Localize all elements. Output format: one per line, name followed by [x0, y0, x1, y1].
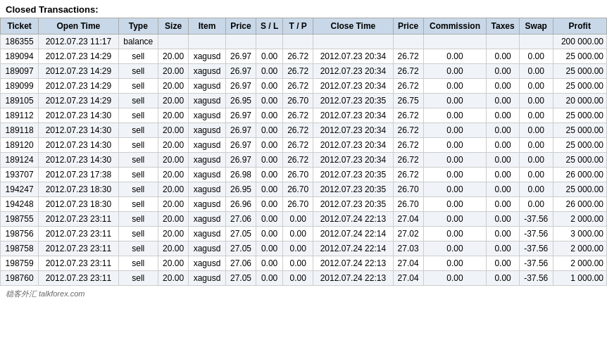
- cell-item: xagusd: [189, 271, 226, 286]
- cell-profit: 20 000.00: [553, 94, 606, 108]
- col-swap: Swap: [519, 18, 553, 34]
- cell-item: xagusd: [189, 212, 226, 227]
- cell-tp: 0.00: [283, 271, 313, 286]
- cell-size: 20.00: [158, 182, 188, 197]
- cell-item: xagusd: [189, 241, 226, 256]
- cell-ticket: 198758: [1, 241, 39, 256]
- cell-close_time: 2012.07.24 22:13: [313, 271, 393, 286]
- table-row: 1890972012.07.23 14:29sell20.00xagusd26.…: [1, 64, 607, 79]
- cell-price: 26.96: [225, 197, 256, 212]
- cell-price: 27.05: [225, 241, 256, 256]
- transactions-table: Ticket Open Time Type Size Item Price S …: [0, 18, 607, 286]
- cell-size: 20.00: [158, 123, 188, 138]
- cell-commission: 0.00: [423, 94, 487, 108]
- cell-swap: -37.56: [519, 227, 553, 241]
- table-row: 1863552012.07.23 11:17balance200 000.00: [1, 34, 607, 49]
- cell-close_time: 2012.07.23 20:35: [313, 197, 393, 212]
- cell-sl: 0.00: [256, 271, 283, 286]
- cell-open_time: 2012.07.23 23:11: [39, 212, 118, 227]
- cell-open_time: 2012.07.23 14:29: [39, 94, 118, 108]
- cell-sl: 0.00: [256, 79, 283, 94]
- cell-size: 20.00: [158, 64, 188, 79]
- cell-swap: 0.00: [519, 153, 553, 168]
- cell-swap: 0.00: [519, 138, 553, 153]
- cell-sl: 0.00: [256, 212, 283, 227]
- section-title: Closed Transactions:: [0, 0, 607, 18]
- cell-ticket: 189118: [1, 123, 39, 138]
- cell-close_price: 27.04: [393, 271, 423, 286]
- cell-ticket: 189120: [1, 138, 39, 153]
- cell-price: 26.97: [225, 79, 256, 94]
- cell-ticket: 189105: [1, 94, 39, 108]
- cell-tp: 26.70: [283, 168, 313, 182]
- cell-sl: 0.00: [256, 168, 283, 182]
- cell-profit: 26 000.00: [553, 168, 606, 182]
- cell-type: sell: [118, 197, 158, 212]
- table-row: 1987552012.07.23 23:11sell20.00xagusd27.…: [1, 212, 607, 227]
- cell-size: 20.00: [158, 227, 188, 241]
- cell-profit: 25 000.00: [553, 64, 606, 79]
- watermark-text: 稳客外汇 talkforex.com: [0, 286, 607, 302]
- cell-type: sell: [118, 79, 158, 94]
- cell-close_price: 27.02: [393, 227, 423, 241]
- cell-profit: 25 000.00: [553, 123, 606, 138]
- table-header-row: Ticket Open Time Type Size Item Price S …: [1, 18, 607, 34]
- cell-tp: 26.70: [283, 197, 313, 212]
- cell-commission: 0.00: [423, 168, 487, 182]
- cell-ticket: 198760: [1, 271, 39, 286]
- cell-type: sell: [118, 49, 158, 64]
- col-price: Price: [225, 18, 256, 34]
- cell-close_time: 2012.07.23 20:34: [313, 108, 393, 123]
- cell-open_time: 2012.07.23 14:29: [39, 49, 118, 64]
- cell-swap: 0.00: [519, 79, 553, 94]
- cell-open_time: 2012.07.23 18:30: [39, 197, 118, 212]
- cell-close_time: 2012.07.24 22:13: [313, 212, 393, 227]
- col-type: Type: [118, 18, 158, 34]
- cell-tp: 26.72: [283, 64, 313, 79]
- cell-item: xagusd: [189, 64, 226, 79]
- cell-tp: 26.72: [283, 153, 313, 168]
- cell-swap: -37.56: [519, 256, 553, 271]
- cell-ticket: 189112: [1, 108, 39, 123]
- cell-close_time: 2012.07.23 20:34: [313, 64, 393, 79]
- cell-type: sell: [118, 94, 158, 108]
- cell-close_time: 2012.07.23 20:34: [313, 123, 393, 138]
- cell-close_price: 26.72: [393, 49, 423, 64]
- cell-taxes: 0.00: [487, 182, 520, 197]
- cell-type: sell: [118, 123, 158, 138]
- cell-commission: 0.00: [423, 49, 487, 64]
- table-row: 1987592012.07.23 23:11sell20.00xagusd27.…: [1, 256, 607, 271]
- cell-commission: 0.00: [423, 271, 487, 286]
- cell-item: xagusd: [189, 197, 226, 212]
- cell-close_price: 26.72: [393, 138, 423, 153]
- cell-open_time: 2012.07.23 11:17: [39, 34, 118, 49]
- cell-type: sell: [118, 108, 158, 123]
- cell-type: sell: [118, 153, 158, 168]
- cell-swap: 0.00: [519, 94, 553, 108]
- cell-taxes: 0.00: [487, 49, 520, 64]
- cell-taxes: 0.00: [487, 64, 520, 79]
- cell-sl: 0.00: [256, 227, 283, 241]
- cell-taxes: 0.00: [487, 212, 520, 227]
- cell-open_time: 2012.07.23 18:30: [39, 182, 118, 197]
- table-row: 1942482012.07.23 18:30sell20.00xagusd26.…: [1, 197, 607, 212]
- col-close-price: Price: [393, 18, 423, 34]
- cell-price: 26.97: [225, 123, 256, 138]
- cell-profit: 2 000.00: [553, 256, 606, 271]
- cell-commission: 0.00: [423, 79, 487, 94]
- cell-price: 26.97: [225, 49, 256, 64]
- cell-swap: -37.56: [519, 271, 553, 286]
- cell-tp: 26.72: [283, 138, 313, 153]
- col-item: Item: [189, 18, 226, 34]
- cell-taxes: 0.00: [487, 94, 520, 108]
- cell-swap: 0.00: [519, 123, 553, 138]
- col-taxes: Taxes: [487, 18, 520, 34]
- col-tp: T / P: [283, 18, 313, 34]
- table-row: 1987562012.07.23 23:11sell20.00xagusd27.…: [1, 227, 607, 241]
- cell-item: xagusd: [189, 49, 226, 64]
- cell-open_time: 2012.07.23 14:29: [39, 64, 118, 79]
- cell-tp: 0.00: [283, 256, 313, 271]
- cell-profit: 2 000.00: [553, 212, 606, 227]
- cell-open_time: 2012.07.23 23:11: [39, 271, 118, 286]
- cell-swap: -37.56: [519, 241, 553, 256]
